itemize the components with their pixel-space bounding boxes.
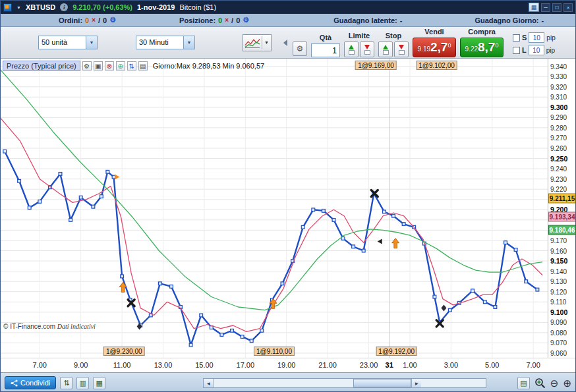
y-axis-label: 9.340 <box>550 63 567 70</box>
orders-label: Ordini: <box>59 16 82 24</box>
zoom-out-icon[interactable]: ⊖ <box>550 378 559 388</box>
y-axis-label: 9.300 <box>550 103 567 111</box>
attach-stop-checkbox[interactable] <box>513 34 520 42</box>
cancel-orders-icon[interactable]: × <box>92 16 96 24</box>
layout-grid-icon[interactable]: ▦ <box>529 3 539 12</box>
order-ticket-icon <box>383 50 389 55</box>
y-axis-label: 9.170 <box>550 237 567 244</box>
point-marker <box>220 333 223 337</box>
table-view-icon[interactable]: ▦ <box>93 377 105 389</box>
indicator-duplicate-icon[interactable]: ▣ <box>94 61 103 70</box>
stop-label: Stop <box>386 32 401 40</box>
buy-arrow-icon <box>383 45 388 49</box>
position-settings-icon[interactable]: ⚙ <box>243 16 249 24</box>
stop-pip-input[interactable] <box>529 32 544 43</box>
price-tag: 9.193,34 <box>548 211 576 221</box>
sell-price-prefix: 9.19 <box>418 45 430 53</box>
point-marker <box>260 329 264 332</box>
last-price: 9.210,70 (+0,63%) <box>72 3 132 11</box>
point-marker <box>79 196 82 199</box>
symbol-name[interactable]: XBTUSD <box>26 3 55 11</box>
order-label[interactable]: 1@9.230,00 <box>103 347 145 356</box>
symbol-dropdown-caret-icon[interactable]: ▼ <box>16 5 21 10</box>
day-pnl-label: Guadagno Giorno: <box>475 16 538 24</box>
buy-stop-button[interactable] <box>378 42 393 57</box>
stop-column: Stop <box>378 32 409 57</box>
maximize-button[interactable]: □ <box>552 3 562 12</box>
share-button[interactable]: Condividi <box>5 376 56 389</box>
indicator-panel-icon[interactable]: ▤ <box>138 61 148 70</box>
indicator-row: Prezzo (Typical price) ⚙ ▣ ⊗ ⊕ ⇅ ▤ Giorn… <box>3 61 264 71</box>
order-label[interactable]: 1@9.192,00 <box>376 347 417 356</box>
order-label[interactable]: 1@9.102,00 <box>416 61 457 70</box>
x-axis-label: 5.00 <box>485 361 499 369</box>
y-axis-label: 9.270 <box>550 134 567 142</box>
y-axis-label: 9.130 <box>550 278 567 285</box>
sell-stop-button[interactable] <box>394 42 409 57</box>
stop-limit-attach-column: S pip L pip <box>513 32 556 57</box>
status-bar: Ordini: 0 × / 0 ⚙ Posizione: 0 × / 0 ⚙ G… <box>1 14 575 27</box>
indicator-close-icon[interactable]: ⊗ <box>105 61 114 70</box>
x-axis-label: 7.00 <box>33 361 47 369</box>
x-axis-label: 9.00 <box>74 361 88 369</box>
sell-column: Vendi 9.192,70 <box>413 28 456 57</box>
instrument-icon <box>3 3 12 12</box>
scroll-left-icon[interactable]: ◀ <box>204 379 214 387</box>
order-label[interactable]: 1@9.169,00 <box>355 61 397 70</box>
price-chart[interactable] <box>1 59 548 358</box>
indicator-label[interactable]: Prezzo (Typical price) <box>3 61 80 71</box>
position-label: Posizione: <box>179 16 216 24</box>
buy-limit-button[interactable] <box>344 42 359 57</box>
point-marker <box>362 249 365 252</box>
point-marker <box>189 343 192 347</box>
point-marker <box>59 173 62 176</box>
scrollbar-thumb[interactable] <box>353 379 411 387</box>
minimize-button[interactable]: ─ <box>541 3 550 12</box>
chart-scrollbar[interactable]: ◀ ▶ <box>203 378 486 388</box>
indicator-settings-icon[interactable]: ⚙ <box>82 61 92 70</box>
trading-platform-window: ▼ XBTUSD i 9.210,70 (+0,63%) 1-nov-2019 … <box>0 0 576 392</box>
chart-type-button[interactable]: ▼ <box>243 34 272 51</box>
order-label[interactable]: 1@9.110,00 <box>254 347 295 356</box>
position-count: 0 <box>218 16 222 24</box>
price-axis[interactable]: 9.3409.3309.3209.3109.3009.2909.2809.270… <box>548 59 576 358</box>
point-marker <box>494 306 497 309</box>
indicator-move-icon[interactable]: ⇅ <box>127 61 136 70</box>
units-select[interactable]: 50 unità ▼ <box>38 36 98 49</box>
attach-stop-label: S <box>522 34 527 42</box>
buy-button[interactable]: 9.228,70 <box>460 38 504 57</box>
indicator-add-icon[interactable]: ⊕ <box>116 61 125 70</box>
scroll-right-icon[interactable]: ▶ <box>411 379 421 387</box>
timeframe-select-caret-icon: ▼ <box>183 36 194 49</box>
point-marker <box>536 288 539 291</box>
unrealized-pnl-label: Guadagno latente: <box>333 16 397 24</box>
sell-limit-button[interactable] <box>360 42 374 57</box>
time-axis[interactable]: 7.009.0011.0013.0015.0017.0019.0021.0023… <box>1 358 575 372</box>
collapse-ticket-icon[interactable] <box>283 40 287 46</box>
close-button[interactable]: × <box>563 3 573 12</box>
attach-limit-checkbox[interactable] <box>513 47 520 54</box>
sell-button[interactable]: 9.192,70 <box>413 38 456 57</box>
timeframe-select[interactable]: 30 Minuti ▼ <box>136 36 195 49</box>
y-axis-label: 9.310 <box>550 94 567 101</box>
sell-arrow-icon <box>364 45 370 49</box>
drawing-tools-icon[interactable]: ⇅ <box>60 377 72 389</box>
share-label: Condividi <box>20 379 50 387</box>
orders-settings-icon[interactable]: ⚙ <box>109 16 116 24</box>
position-slash: / <box>231 16 233 24</box>
close-position-icon[interactable]: × <box>225 16 229 24</box>
zoom-search-icon[interactable] <box>534 378 546 389</box>
day-stats: Giorno:Max 9.289,53 Min 9.060,57 <box>153 62 264 70</box>
bottom-toolbar: Condividi ⇅ ▥ ▦ ◀ ▶ ▤ ⊖ ⊕ <box>1 372 575 392</box>
axis-settings-icon[interactable]: ▤ <box>517 377 530 389</box>
info-icon[interactable]: i <box>60 3 68 11</box>
limit-pip-input[interactable] <box>529 45 544 55</box>
sell-arrow-icon <box>399 45 404 49</box>
order-ticket-icon <box>349 50 355 55</box>
quantity-input[interactable] <box>311 43 340 57</box>
report-icon[interactable]: ▥ <box>76 377 89 389</box>
ticket-settings-button[interactable]: ⚙ <box>293 42 307 56</box>
y-axis-label: 9.070 <box>550 339 567 347</box>
units-select-caret-icon: ▼ <box>86 36 97 49</box>
zoom-in-icon[interactable]: ⊕ <box>563 378 571 388</box>
